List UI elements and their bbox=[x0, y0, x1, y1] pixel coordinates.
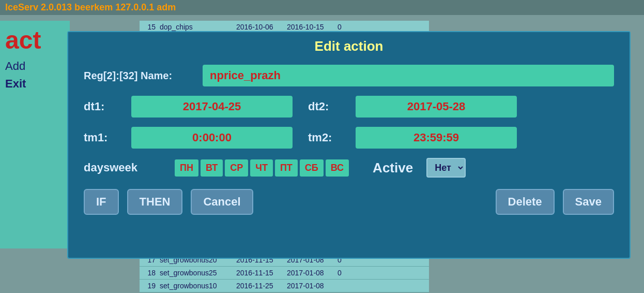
table-row[interactable]: 18 set_growbonus25 2016-11-15 2017-01-08… bbox=[140, 267, 429, 280]
table-row[interactable]: 19 set_growbonus10 2016-11-25 2017-01-08 bbox=[140, 280, 429, 292]
title-text: IceServ 2.0.013 beerkem 127.0.0.1 adm bbox=[5, 2, 176, 12]
row-date1: 2016-11-25 bbox=[236, 282, 283, 290]
delete-button[interactable]: Delete bbox=[496, 189, 555, 215]
daysweek-row: daysweek ПН ВТ СР ЧТ ПТ СБ ВС Active Нет… bbox=[84, 158, 614, 178]
tm1-input[interactable] bbox=[131, 127, 293, 149]
then-button[interactable]: THEN bbox=[127, 189, 183, 215]
tm-row: tm1: tm2: bbox=[84, 127, 614, 149]
row-date1: 2016-11-15 bbox=[236, 269, 283, 277]
row-date2: 2016-10-15 bbox=[287, 23, 333, 31]
dt-row: dt1: dt2: bbox=[84, 96, 614, 118]
day-tue-button[interactable]: ВТ bbox=[201, 159, 223, 177]
dt2-group: dt2: bbox=[308, 96, 517, 118]
bg-table-bottom: 17 set_growbonus20 2016-11-15 2017-01-08… bbox=[140, 254, 429, 292]
day-fri-button[interactable]: ПТ bbox=[275, 159, 298, 177]
modal-body: Reg[2]:[32] Name: dt1: dt2: tm1: tm2: bbox=[68, 60, 630, 220]
title-bar: IceServ 2.0.013 beerkem 127.0.0.1 adm bbox=[0, 0, 644, 15]
tm1-label: tm1: bbox=[84, 131, 125, 144]
row-date2: 2017-01-08 bbox=[287, 282, 333, 290]
day-wed-button[interactable]: СР bbox=[225, 159, 248, 177]
active-label: Active bbox=[373, 160, 413, 176]
row-name: dop_chips bbox=[160, 23, 232, 31]
save-button[interactable]: Save bbox=[563, 189, 614, 215]
dt2-label: dt2: bbox=[308, 100, 349, 113]
act-label: act bbox=[5, 26, 41, 54]
row-num: 18 bbox=[143, 269, 156, 277]
actions-row: IF THEN Cancel Delete Save bbox=[84, 189, 614, 215]
day-sun-button[interactable]: ВС bbox=[326, 159, 349, 177]
tm1-group: tm1: bbox=[84, 127, 293, 149]
if-button[interactable]: IF bbox=[84, 189, 119, 215]
row-val: 0 bbox=[338, 23, 342, 31]
exit-button[interactable]: Exit bbox=[5, 77, 26, 91]
left-panel: act Add Exit bbox=[0, 21, 70, 248]
row-date1: 2016-10-06 bbox=[236, 23, 283, 31]
day-sat-button[interactable]: СБ bbox=[300, 159, 324, 177]
edit-action-modal: Edit action Reg[2]:[32] Name: dt1: dt2: … bbox=[67, 31, 631, 259]
row-name: set_growbonus10 bbox=[160, 282, 232, 290]
tm2-label: tm2: bbox=[308, 131, 349, 144]
name-input[interactable] bbox=[203, 65, 614, 86]
tm2-group: tm2: bbox=[308, 127, 517, 149]
day-thu-button[interactable]: ЧТ bbox=[250, 159, 273, 177]
dt1-group: dt1: bbox=[84, 96, 293, 118]
active-select[interactable]: Нет Да bbox=[426, 158, 466, 178]
dt1-input[interactable] bbox=[131, 96, 293, 118]
daysweek-label: daysweek bbox=[84, 161, 166, 174]
dt2-input[interactable] bbox=[356, 96, 517, 118]
add-button[interactable]: Add bbox=[5, 60, 25, 73]
dt1-label: dt1: bbox=[84, 100, 125, 113]
row-name: set_growbonus25 bbox=[160, 269, 232, 277]
tm2-input[interactable] bbox=[356, 127, 517, 149]
row-num: 15 bbox=[143, 23, 156, 31]
reg-label: Reg[2]:[32] Name: bbox=[84, 70, 197, 82]
row-num: 19 bbox=[143, 282, 156, 290]
cancel-button[interactable]: Cancel bbox=[191, 189, 253, 215]
row-val: 0 bbox=[338, 269, 342, 277]
day-mon-button[interactable]: ПН bbox=[175, 159, 198, 177]
row-date2: 2017-01-08 bbox=[287, 269, 333, 277]
modal-title: Edit action bbox=[68, 32, 630, 60]
days-buttons: ПН ВТ СР ЧТ ПТ СБ ВС bbox=[175, 159, 349, 177]
name-row: Reg[2]:[32] Name: bbox=[84, 65, 614, 86]
